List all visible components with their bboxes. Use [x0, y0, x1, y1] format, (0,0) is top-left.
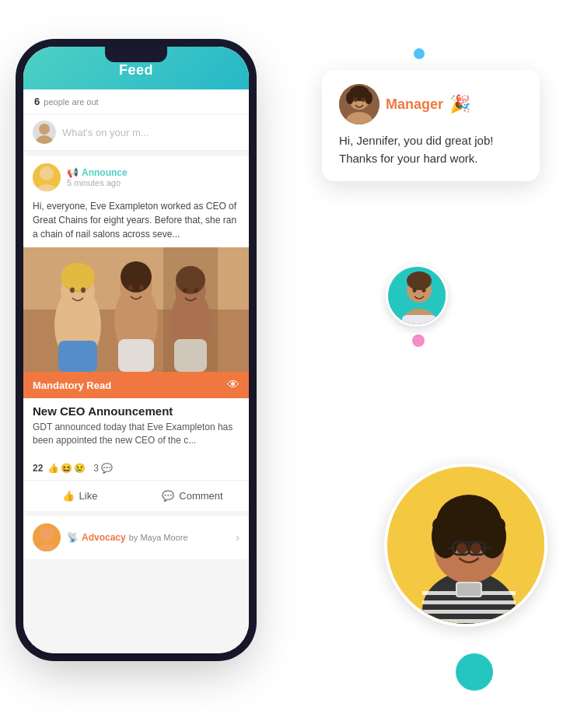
svg-rect-49 — [422, 619, 516, 623]
advocacy-by-label: by Maya Moore — [129, 533, 188, 542]
eye-icon: 👁 — [227, 378, 240, 392]
svg-point-40 — [407, 271, 432, 290]
svg-point-28 — [36, 544, 58, 551]
svg-point-57 — [442, 511, 454, 523]
dot-pink-decoration — [412, 334, 425, 347]
svg-point-42 — [413, 288, 417, 292]
phone-screen: Feed 6 people are out What's on your m..… — [23, 47, 249, 653]
manager-message-bubble: Manager 🎉 Hi, Jennifer, you did great jo… — [322, 70, 540, 181]
post-title: New CEO Announcement — [33, 404, 240, 418]
floating-avatar-woman — [384, 464, 547, 627]
post-excerpt: GDT announced today that Eve Exampleton … — [33, 421, 240, 447]
feed-title: Feed — [119, 62, 153, 78]
people-out-count: 6 — [34, 96, 40, 107]
svg-point-33 — [346, 92, 354, 104]
svg-point-3 — [36, 184, 58, 191]
post-time: 5 minutes ago — [67, 178, 240, 187]
comment-label: Comment — [179, 490, 222, 502]
people-out-label: people are out — [41, 97, 98, 107]
advocacy-meta: 📡 Advocacy by Maya Moore — [67, 532, 188, 543]
action-bar: 👍 Like 💬 Comment — [23, 480, 249, 511]
like-icon: 👍 — [62, 490, 75, 502]
like-label: Like — [79, 490, 98, 502]
user-avatar-search — [33, 121, 56, 144]
megaphone-icon: 📢 — [67, 167, 79, 178]
svg-point-61 — [470, 543, 481, 554]
svg-rect-68 — [457, 583, 481, 596]
manager-name-label: Manager — [386, 96, 443, 113]
post-card: 📢 Announce 5 minutes ago Hi, everyone, E… — [23, 156, 249, 511]
advocacy-post[interactable]: 📡 Advocacy by Maya Moore › — [23, 516, 249, 559]
phone-mockup: Feed 6 people are out What's on your m..… — [23, 47, 249, 653]
search-placeholder-text: What's on your m... — [62, 127, 149, 138]
floating-avatar-man — [386, 264, 448, 327]
comment-button[interactable]: 💬 Comment — [136, 485, 249, 506]
svg-point-36 — [362, 97, 365, 102]
comment-count-num: 3 — [93, 463, 99, 474]
post-image — [23, 247, 249, 372]
post-body-text: Hi, everyone, Eve Exampleton worked as C… — [23, 196, 249, 247]
svg-rect-26 — [23, 247, 249, 372]
post-author-avatar — [33, 163, 61, 191]
svg-point-60 — [456, 543, 467, 554]
reaction-emojis: 👍 😆 😢 — [47, 463, 86, 474]
comment-bubble-icon: 💬 — [101, 463, 113, 474]
svg-point-2 — [40, 166, 54, 180]
svg-point-0 — [39, 124, 50, 135]
like-count: 22 — [33, 463, 43, 474]
laugh-emoji: 😆 — [61, 463, 72, 474]
announce-label: Announce — [82, 167, 128, 178]
dot-blue-decoration — [414, 48, 425, 59]
advocacy-post-left: 📡 Advocacy by Maya Moore — [33, 523, 188, 551]
comment-count-area: 3 💬 — [93, 463, 113, 474]
svg-rect-48 — [422, 610, 516, 614]
svg-point-27 — [40, 527, 54, 541]
status-bar: 6 people are out — [23, 89, 249, 114]
manager-message-text: Hi, Jennifer, you did great job! Thanks … — [339, 132, 523, 167]
post-header: 📢 Announce 5 minutes ago — [23, 156, 249, 196]
like-button[interactable]: 👍 Like — [23, 485, 136, 506]
svg-rect-47 — [422, 600, 516, 604]
svg-point-59 — [484, 511, 496, 523]
mandatory-read-banner: Mandatory Read 👁 — [23, 372, 249, 398]
svg-point-35 — [354, 97, 358, 102]
expand-chevron-icon[interactable]: › — [236, 531, 240, 544]
advocacy-icon: 📡 — [67, 532, 79, 543]
cry-emoji: 😢 — [74, 463, 86, 474]
celebration-emoji: 🎉 — [449, 94, 470, 114]
manager-avatar — [339, 84, 379, 124]
post-type-announce: 📢 Announce — [67, 167, 240, 178]
svg-point-34 — [365, 92, 372, 104]
mandatory-label: Mandatory Read — [33, 380, 111, 391]
svg-rect-41 — [402, 315, 436, 327]
dot-teal-decoration — [456, 653, 493, 691]
advocacy-type-label: Advocacy — [82, 532, 126, 543]
manager-bubble-header: Manager 🎉 — [339, 84, 523, 124]
post-content-area: New CEO Announcement GDT announced today… — [23, 398, 249, 460]
thumbs-up-emoji: 👍 — [47, 463, 59, 474]
reactions-bar: 22 👍 😆 😢 3 💬 — [23, 460, 249, 480]
search-bar[interactable]: What's on your m... — [23, 114, 249, 151]
post-meta: 📢 Announce 5 minutes ago — [67, 167, 240, 187]
phone-notch — [105, 47, 167, 62]
svg-point-1 — [36, 135, 53, 144]
post-image-scene — [23, 247, 249, 372]
advocacy-author-avatar — [33, 523, 61, 551]
comment-icon: 💬 — [162, 490, 174, 502]
svg-point-43 — [422, 288, 426, 292]
